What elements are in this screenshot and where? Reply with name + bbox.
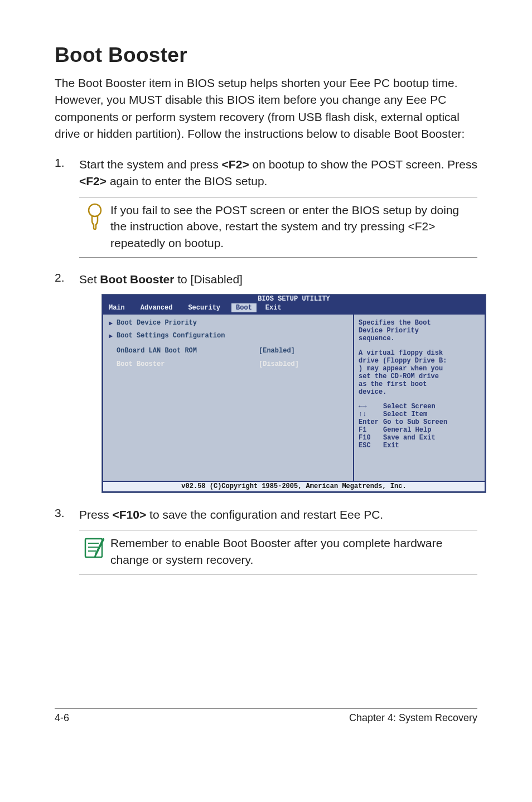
bios-hotkey: ↑↓	[359, 410, 383, 418]
step-3-body: Press <F10> to save the configuration an…	[79, 506, 477, 523]
page-footer: 4-6 Chapter 4: System Recovery	[55, 708, 477, 724]
bios-help-line: sequence.	[359, 335, 480, 342]
bios-value-boot-booster: [Disabled]	[259, 360, 299, 368]
step-1-text-a: Start the system and press	[79, 158, 222, 171]
bios-hotkey: F1	[359, 426, 383, 434]
bios-hotkey: ←→	[359, 403, 383, 410]
bios-hotkey-label: Exit	[383, 442, 399, 450]
bios-tabs: Main Advanced Security Boot Exit	[102, 303, 486, 313]
bios-help-line: device.	[359, 388, 480, 396]
bios-hotkey-label: Select Screen	[383, 403, 436, 410]
step-2-number: 2.	[55, 271, 79, 288]
bios-left-pane: ▶ Boot Device Priority ▶ Boot Settings C…	[102, 313, 354, 482]
bios-item-boot-settings-config: Boot Settings Configuration	[117, 332, 259, 340]
step-2: 2. Set Boot Booster to [Disabled]	[55, 271, 477, 288]
bios-window-title: BIOS SETUP UTILITY	[102, 294, 486, 303]
step-3: 3. Press <F10> to save the configuration…	[55, 506, 477, 523]
bios-item-boot-booster: Boot Booster	[117, 360, 259, 368]
note-enable-boot-booster-text: Remember to enable Boot Booster after yo…	[110, 535, 477, 568]
step-1-number: 1.	[55, 156, 79, 190]
bios-hotkey-label: Select Item	[383, 410, 427, 418]
bios-item-onboard-lan-boot-rom: OnBoard LAN Boot ROM	[117, 347, 259, 355]
step-2-body: Set Boot Booster to [Disabled]	[79, 271, 477, 288]
bios-help-line: drive (Floppy Drive B:	[359, 357, 480, 365]
bios-hotkey: Enter	[359, 418, 383, 426]
page-number: 4-6	[55, 712, 69, 724]
note-post-tip-text: If you fail to see the POST screen or en…	[110, 202, 477, 252]
step-1-key-a: <F2>	[222, 158, 249, 171]
bios-value-onboard-lan-boot-rom: [Enabled]	[259, 347, 295, 355]
step-2-text-b: to [Disabled]	[174, 273, 243, 286]
step-1-text-b: on bootup to show the POST screen. Press	[249, 158, 477, 171]
note-enable-boot-booster: Remember to enable Boot Booster after yo…	[79, 530, 477, 574]
bios-tab-exit: Exit	[261, 303, 288, 312]
bios-help-line: A virtual floppy disk	[359, 349, 480, 357]
bios-help-line: Specifies the Boot	[359, 319, 480, 327]
bios-help-line: ) may appear when you	[359, 365, 480, 373]
bios-tab-security: Security	[183, 303, 227, 312]
step-2-text-a: Set	[79, 273, 100, 286]
step-3-text-b: to save the configuration and restart Ee…	[146, 508, 383, 521]
bios-tab-advanced: Advanced	[136, 303, 180, 312]
step-1-key-b: <F2>	[79, 175, 107, 187]
step-3-number: 3.	[55, 506, 79, 523]
intro-paragraph: The Boot Booster item in BIOS setup help…	[55, 75, 477, 143]
triangle-right-icon: ▶	[109, 319, 117, 327]
bios-hotkey: ESC	[359, 442, 383, 450]
bios-hotkey: F10	[359, 434, 383, 442]
bios-hotkey-label: Go to Sub Screen	[383, 418, 447, 426]
step-3-text-a: Press	[79, 508, 113, 521]
step-1-body: Start the system and press <F2> on bootu…	[79, 156, 477, 190]
step-1: 1. Start the system and press <F2> on bo…	[55, 156, 477, 190]
lightbulb-icon	[79, 202, 110, 230]
bios-tab-boot: Boot	[231, 303, 257, 312]
page-title: Boot Booster	[55, 44, 477, 67]
note-post-tip: If you fail to see the POST screen or en…	[79, 197, 477, 258]
step-2-bold: Boot Booster	[100, 273, 174, 286]
step-1-text-c: again to enter the BIOS setup.	[107, 175, 267, 187]
notepad-pencil-icon	[79, 535, 110, 559]
bios-help-line: set the CD-ROM drive	[359, 373, 480, 380]
svg-point-0	[89, 204, 101, 216]
bios-help-line: Device Priority	[359, 327, 480, 335]
triangle-right-icon: ▶	[109, 332, 117, 340]
bios-hotkey-label: General Help	[383, 426, 431, 434]
step-3-key-a: <F10>	[113, 508, 147, 521]
bios-hotkey-label: Save and Exit	[383, 434, 436, 442]
bios-tab-main: Main	[104, 303, 132, 312]
bios-footer: v02.58 (C)Copyright 1985-2005, American …	[102, 482, 486, 492]
bios-screenshot: BIOS SETUP UTILITY Main Advanced Securit…	[101, 294, 486, 493]
chapter-label: Chapter 4: System Recovery	[349, 712, 477, 724]
bios-item-boot-device-priority: Boot Device Priority	[117, 319, 259, 327]
bios-right-pane: Specifies the Boot Device Priority seque…	[354, 313, 486, 482]
bios-help-line: as the first boot	[359, 380, 480, 388]
